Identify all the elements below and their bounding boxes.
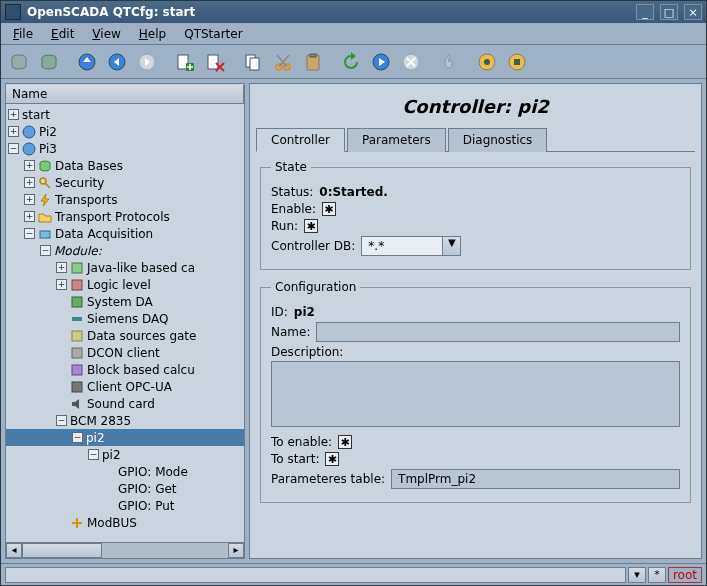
nav-up-icon[interactable] [73,48,101,76]
tree-item-databases[interactable]: +Data Bases [6,157,244,174]
run-icon[interactable] [367,48,395,76]
nav-forward-icon[interactable] [133,48,161,76]
close-button[interactable]: × [684,4,702,20]
tree-item-systemda[interactable]: System DA [6,293,244,310]
tree-item-javalike[interactable]: +Java-like based ca [6,259,244,276]
expand-icon[interactable]: + [24,211,35,222]
tree-item-pi2[interactable]: +Pi2 [6,123,244,140]
svg-rect-9 [250,58,259,70]
tree-item-gpio-put[interactable]: GPIO: Put [6,497,244,514]
scroll-track[interactable] [22,543,228,558]
titlebar: OpenSCADA QTCfg: start _ □ × [1,1,706,23]
scroll-thumb[interactable] [22,543,102,558]
tree-item-soundcard[interactable]: Sound card [6,395,244,412]
menu-help[interactable]: Help [131,25,174,43]
tool-b-icon[interactable] [503,48,531,76]
tree-item-transport-protocols[interactable]: +Transport Protocols [6,208,244,225]
globe-icon [22,125,36,139]
tree-item-pi3[interactable]: −Pi3 [6,140,244,157]
tree-item-transports[interactable]: +Transports [6,191,244,208]
stop-icon[interactable] [397,48,425,76]
status-value: 0:Started. [319,185,388,199]
copy-icon[interactable] [239,48,267,76]
scroll-right-icon[interactable]: ▸ [228,543,244,558]
tree-item-gpio-mode[interactable]: GPIO: Mode [6,463,244,480]
menu-qtstarter[interactable]: QTStarter [176,25,250,43]
tree-item-pi2-controller[interactable]: −pi2 [6,429,244,446]
controller-db-value: *.* [362,239,442,253]
tree-item-start[interactable]: +start [6,106,244,123]
tree-item-dcon[interactable]: DCON client [6,344,244,361]
menu-edit[interactable]: Edit [43,25,82,43]
tree-item-module[interactable]: −Module: [6,242,244,259]
tree-item-modbus[interactable]: ModBUS [6,514,244,531]
svg-rect-30 [72,348,82,358]
menubar: File Edit View Help QTStarter [1,23,706,45]
tree-item-security[interactable]: +Security [6,174,244,191]
collapse-icon[interactable]: − [8,143,19,154]
enable-checkbox[interactable]: ✱ [322,202,336,216]
expand-icon[interactable]: + [8,109,19,120]
tab-body: State Status:0:Started. Enable:✱ Run:✱ C… [256,152,695,552]
expand-icon[interactable]: + [24,177,35,188]
status-user[interactable]: root [668,567,702,583]
tree-hscrollbar[interactable]: ◂ ▸ [6,542,244,558]
collapse-icon[interactable]: − [40,245,51,256]
expand-icon[interactable]: + [8,126,19,137]
item-add-icon[interactable] [171,48,199,76]
nav-back-icon[interactable] [103,48,131,76]
chevron-down-icon[interactable]: ▼ [442,237,460,255]
body: Name +start +Pi2 −Pi3 +Data Bases +Secur… [1,79,706,563]
minimize-button[interactable]: _ [636,4,654,20]
tab-parameters[interactable]: Parameters [347,128,446,152]
collapse-icon[interactable]: − [88,449,99,460]
tree-item-gpio-get[interactable]: GPIO: Get [6,480,244,497]
collapse-icon[interactable]: − [72,432,83,443]
bolt-icon [38,193,52,207]
tree-item-data-acquisition[interactable]: −Data Acquisition [6,225,244,242]
db-save-icon[interactable] [35,48,63,76]
scroll-left-icon[interactable]: ◂ [6,543,22,558]
to-start-checkbox[interactable]: ✱ [325,452,339,466]
tab-controller[interactable]: Controller [256,128,345,152]
maximize-button[interactable]: □ [660,4,678,20]
expand-icon[interactable]: + [56,279,67,290]
menu-view[interactable]: View [84,25,128,43]
to-enable-checkbox[interactable]: ✱ [338,435,352,449]
description-field[interactable] [271,361,680,427]
to-start-label: To start: [271,452,319,466]
refresh-icon[interactable] [337,48,365,76]
paste-icon[interactable] [299,48,327,76]
expand-icon[interactable]: + [24,160,35,171]
tree-item-blockcalc[interactable]: Block based calcu [6,361,244,378]
cut-icon[interactable] [269,48,297,76]
controller-db-combo[interactable]: *.*▼ [361,236,461,256]
flame-icon[interactable] [435,48,463,76]
expand-icon[interactable]: + [56,262,67,273]
tree-item-logiclevel[interactable]: +Logic level [6,276,244,293]
tree-item-opcua[interactable]: Client OPC-UA [6,378,244,395]
collapse-icon[interactable]: − [56,415,67,426]
name-field[interactable] [316,322,680,342]
run-checkbox[interactable]: ✱ [304,219,318,233]
tree-scroll[interactable]: +start +Pi2 −Pi3 +Data Bases +Security +… [6,104,244,542]
status-button-b[interactable]: * [648,567,666,583]
tree-item-bcm[interactable]: −BCM 2835 [6,412,244,429]
expand-icon[interactable]: + [24,194,35,205]
param-table-field[interactable] [391,469,680,489]
status-label: Status: [271,185,313,199]
tool-a-icon[interactable] [473,48,501,76]
collapse-icon[interactable]: − [24,228,35,239]
svg-rect-26 [72,280,82,290]
tab-diagnostics[interactable]: Diagnostics [448,128,548,152]
item-delete-icon[interactable] [201,48,229,76]
menu-file[interactable]: File [5,25,41,43]
db-load-icon[interactable] [5,48,33,76]
content-pane: Controller: pi2 Controller Parameters Di… [249,83,702,559]
toolbar [1,45,706,79]
tree-header-name[interactable]: Name [6,85,244,103]
tree-item-siemens[interactable]: Siemens DAQ [6,310,244,327]
tree-item-pi2-sub[interactable]: −pi2 [6,446,244,463]
tree-item-datasources[interactable]: Data sources gate [6,327,244,344]
status-button-a[interactable]: ▾ [628,567,646,583]
